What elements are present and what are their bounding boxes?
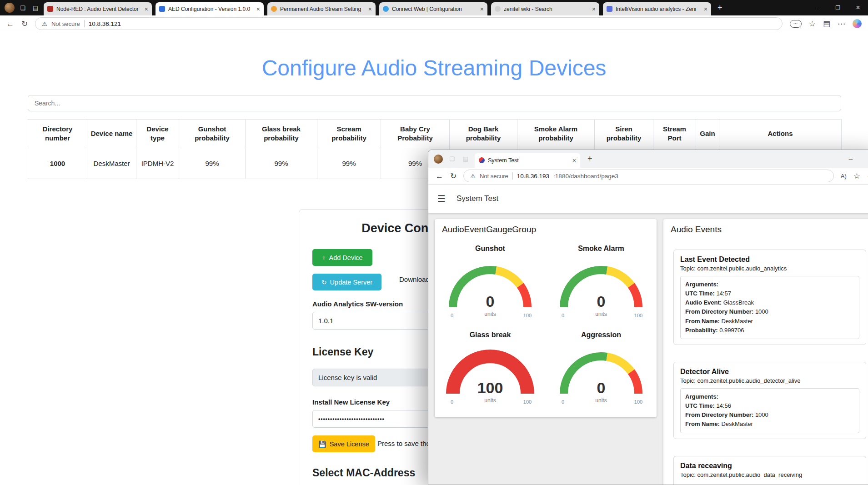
- gauge-value: 0: [551, 294, 651, 309]
- profile-avatar[interactable]: [5, 3, 15, 13]
- column-header: Smoke Alarm probability: [517, 120, 595, 148]
- read-aloud-icon[interactable]: A): [841, 173, 847, 179]
- profile-avatar[interactable]: [434, 155, 443, 164]
- close-button[interactable]: ×: [848, 0, 868, 15]
- tab-close-icon[interactable]: ×: [368, 6, 372, 12]
- address-path: :1880/dashboard/page3: [553, 173, 618, 180]
- download-link[interactable]: Download: [399, 275, 430, 283]
- event-card-title: Last Event Detected: [680, 255, 859, 264]
- gauge-aggression: Aggression 0 100 0 units: [546, 325, 657, 408]
- address-bar[interactable]: ⚠ Not secure 10.8.36.193:1880/dashboard/…: [463, 170, 834, 182]
- search-input[interactable]: [28, 95, 841, 111]
- event-arguments-box: Arguments: UTC Time: 14:57 Audio Event: …: [680, 276, 859, 339]
- audio-events-panel: Audio Events Last Event Detected Topic: …: [663, 219, 868, 485]
- refresh-icon[interactable]: ↻: [450, 172, 457, 180]
- install-license-label: Install New License Key: [312, 398, 390, 406]
- tab-close-icon[interactable]: ×: [145, 6, 148, 12]
- tab-close-icon[interactable]: ×: [592, 6, 596, 12]
- security-label: Not secure: [51, 20, 80, 27]
- tab-close-icon[interactable]: ×: [572, 157, 576, 164]
- save-license-button[interactable]: 💾 Save License: [312, 435, 375, 452]
- cell-scream: 99%: [317, 148, 381, 179]
- new-tab-button[interactable]: +: [587, 154, 592, 164]
- field-label: Audio Event:: [685, 299, 722, 306]
- table-header-row: Directory number Device name Device type…: [28, 120, 842, 148]
- gauge-units: units: [551, 397, 651, 404]
- back-icon[interactable]: ←: [436, 172, 443, 180]
- column-header: Siren probability: [595, 120, 653, 148]
- tab-aed-configuration[interactable]: AED Configuration - Version 1.0.0 ×: [156, 2, 264, 15]
- address-bar[interactable]: ⚠ Not secure 10.8.36.121: [35, 17, 782, 30]
- workspaces-icon[interactable]: ❏: [447, 155, 457, 162]
- gauge-smoke-alarm: Smoke Alarm 0 100 0 units: [546, 239, 657, 322]
- column-header: Gain: [696, 120, 719, 148]
- save-icon: 💾: [318, 441, 326, 447]
- hamburger-menu-icon[interactable]: ☰: [437, 193, 446, 204]
- event-card-title: Detector Alive: [680, 368, 859, 376]
- back-icon[interactable]: ←: [6, 20, 14, 28]
- audio-events-title: Audio Events: [671, 225, 722, 235]
- minimize-button[interactable]: ─: [808, 0, 828, 15]
- tab-label: IntelliVision audio analytics - Zeni: [616, 6, 701, 12]
- field-value: 1000: [755, 308, 768, 315]
- license-key-heading: License Key: [312, 346, 373, 358]
- intellivision-favicon: [607, 6, 612, 12]
- event-card-topic: Topic: com.zenitel.public.audio_analytic…: [680, 265, 859, 272]
- cell-device-type: IPDMH-V2: [136, 148, 179, 179]
- dashboard-app-bar: ☰ System Test: [428, 185, 868, 213]
- favorite-star-icon[interactable]: ☆: [853, 172, 860, 180]
- window-controls: ─ ❐ ×: [808, 0, 868, 15]
- maximize-button[interactable]: ❐: [861, 150, 868, 168]
- feedback-icon[interactable]: ⋯: [790, 20, 802, 28]
- save-license-label: Save License: [330, 440, 369, 448]
- gauge-label: Glass break: [470, 325, 511, 345]
- settings-more-icon[interactable]: ⋯: [838, 20, 845, 28]
- tab-label: System Test: [488, 157, 569, 164]
- tab-system-test[interactable]: System Test ×: [475, 153, 580, 168]
- column-header: Device name: [87, 120, 136, 148]
- refresh-icon[interactable]: ↻: [21, 20, 28, 28]
- field-label: From Name:: [685, 420, 720, 427]
- select-mac-heading: Select MAC-Address: [312, 467, 415, 479]
- tab-node-red[interactable]: Node-RED : Audio Event Detector ×: [44, 2, 152, 15]
- favorite-star-icon[interactable]: ☆: [809, 20, 816, 28]
- minimize-button[interactable]: ─: [840, 150, 861, 168]
- dashboard-favicon: [479, 157, 485, 163]
- field-label: UTC Time:: [685, 290, 715, 297]
- tab-intellivision[interactable]: IntelliVision audio analytics - Zeni ×: [603, 2, 711, 15]
- new-tab-button[interactable]: +: [717, 3, 722, 13]
- update-icon: ↻: [321, 279, 327, 285]
- field-label: Probability:: [685, 327, 718, 334]
- tab-close-icon[interactable]: ×: [480, 6, 484, 12]
- window-controls: ─ ❐: [840, 150, 868, 168]
- gauge-label: Smoke Alarm: [578, 239, 624, 258]
- event-card-detector-alive: Detector Alive Topic: com.zenitel.public…: [673, 362, 866, 439]
- main-toolbar: ← ↻ ⚠ Not secure 10.8.36.121 ⋯ ☆ ▤ ⋯: [0, 15, 868, 32]
- event-card-data-receiving: Data receaving Topic: com.zenitel.public…: [673, 456, 866, 485]
- event-card-topic: Topic: com.zenitel.public.audio_detector…: [680, 377, 859, 384]
- column-header: Scream probability: [317, 120, 381, 148]
- address-divider: [84, 20, 85, 27]
- tab-connect-web[interactable]: Connect Web | Configuration ×: [379, 2, 487, 15]
- copilot-icon[interactable]: [853, 19, 862, 28]
- dashboard-title-bar: ❏ ▤ System Test × + ─ ❐: [428, 150, 868, 168]
- tab-label: Connect Web | Configuration: [392, 6, 477, 12]
- tab-label: zenitel wiki - Search: [504, 6, 589, 12]
- tab-close-icon[interactable]: ×: [256, 6, 260, 12]
- collections-icon[interactable]: ▤: [823, 20, 830, 28]
- maximize-button[interactable]: ❐: [828, 0, 848, 15]
- workspaces-icon[interactable]: ❏: [18, 5, 27, 11]
- security-label: Not secure: [480, 173, 508, 180]
- tab-actions-icon[interactable]: ▤: [31, 5, 40, 11]
- add-device-button[interactable]: + Add Device: [312, 249, 372, 266]
- field-value: 14:57: [716, 290, 731, 297]
- tab-actions-icon[interactable]: ▤: [461, 155, 470, 162]
- gauge-group-title: AudioEventGaugeGroup: [442, 225, 536, 235]
- tab-permanent-audio-stream[interactable]: Permament Audio Stream Setting ×: [267, 2, 376, 15]
- tab-close-icon[interactable]: ×: [704, 6, 707, 12]
- plus-icon: +: [322, 255, 326, 261]
- update-server-button[interactable]: ↻ Update Server: [312, 274, 381, 290]
- dashboard-toolbar: ← ↻ ⚠ Not secure 10.8.36.193:1880/dashbo…: [428, 168, 868, 185]
- add-device-label: Add Device: [329, 254, 363, 261]
- tab-zenitel-wiki[interactable]: zenitel wiki - Search ×: [491, 2, 599, 15]
